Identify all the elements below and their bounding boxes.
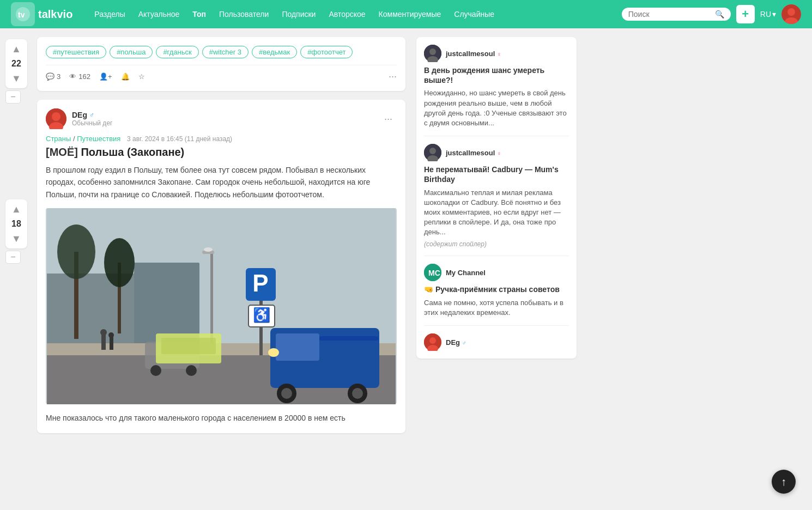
nav-podpiski[interactable]: Подписки xyxy=(276,7,321,22)
svg-point-17 xyxy=(204,247,213,252)
tag-vedmak[interactable]: #ведьмак xyxy=(252,46,297,58)
svg-text:tv: tv xyxy=(18,10,25,19)
tag-fotootchet[interactable]: #фотоотчет xyxy=(300,46,353,58)
tag-witcher[interactable]: #witcher 3 xyxy=(202,46,249,58)
sidebar-title-1[interactable]: Не перематывай! Cadbury — Mum's Birthday xyxy=(424,165,569,184)
search-icon: 🔍 xyxy=(715,10,724,19)
sidebar-username-2[interactable]: My Channel xyxy=(446,269,486,277)
main-post-card: DEg ♂ Обычный дег ··· Страны / Путешеств… xyxy=(37,100,405,433)
nav-polzovateli[interactable]: Пользователи xyxy=(214,7,274,22)
logo[interactable]: tv talkvio xyxy=(11,2,72,26)
post-text: В прошлом году ездил в Польшу, тем более… xyxy=(46,164,397,201)
more-options-button[interactable]: ··· xyxy=(389,71,397,82)
svg-point-39 xyxy=(108,332,114,338)
post-date: 3 авг. 2024 в 16:45 (11 дней назад) xyxy=(127,135,232,143)
views-count[interactable]: 👁 162 xyxy=(69,72,90,81)
search-box[interactable]: 🔍 xyxy=(622,8,731,21)
ellipsis-icon: ··· xyxy=(389,71,397,82)
downvote-button-1[interactable]: ▼ xyxy=(8,71,25,86)
sidebar-item-0: justcallmesoul ♀ В день рождения шанс ум… xyxy=(424,45,569,136)
bookmark-button[interactable]: ☆ xyxy=(138,72,145,81)
tag-puteshestviya[interactable]: #путешествия xyxy=(46,46,106,58)
language-selector[interactable]: RU ▾ xyxy=(760,10,776,19)
sidebar-badge-0: ♀ xyxy=(497,51,501,57)
sidebar-avatar-2[interactable]: MC xyxy=(424,264,441,281)
post-image: P ♿ xyxy=(46,208,397,404)
sidebar-username-1[interactable]: justcallmesoul xyxy=(446,149,495,157)
post-header: DEg ♂ Обычный дег ··· xyxy=(46,108,397,129)
vote-count-2: 18 xyxy=(11,217,21,231)
upvote-button-2[interactable]: ▲ xyxy=(8,202,25,217)
vote-block-1-inner: ▲ 22 ▼ xyxy=(5,39,27,88)
svg-point-30 xyxy=(352,388,363,399)
sidebar-avatar-3[interactable] xyxy=(424,333,441,351)
sidebar-avatar-0[interactable] xyxy=(424,45,441,62)
nav-sluchaynye[interactable]: Случайные xyxy=(449,7,500,22)
main-nav: Разделы Актуальное Топ Пользователи Подп… xyxy=(89,7,621,22)
sidebar-text-0: Неожиданно, но шанс умереть в свой день … xyxy=(424,88,569,128)
sidebar-username-0[interactable]: justcallmesoul xyxy=(446,50,495,58)
svg-point-35 xyxy=(186,365,197,376)
minus-button-2[interactable]: − xyxy=(5,251,21,264)
svg-point-51 xyxy=(429,337,436,344)
upvote-button-1[interactable]: ▲ xyxy=(8,41,25,57)
sidebar-feed-card: justcallmesoul ♀ В день рождения шанс ум… xyxy=(416,37,577,359)
nav-avtorskoe[interactable]: Авторское xyxy=(323,7,371,22)
follow-button[interactable]: 👤+ xyxy=(99,72,112,81)
svg-point-34 xyxy=(150,365,161,376)
page-layout: ▲ 22 ▼ − ▲ 18 ▼ − #путешествия #польша #… xyxy=(0,28,812,510)
nav-top[interactable]: Топ xyxy=(187,7,211,22)
search-input[interactable] xyxy=(628,10,715,19)
svg-point-3 xyxy=(787,8,795,16)
add-post-button[interactable]: + xyxy=(736,5,755,23)
user-avatar[interactable] xyxy=(781,4,801,24)
comments-count[interactable]: 💬 3 xyxy=(46,72,60,81)
scroll-to-top-button[interactable]: ↑ xyxy=(772,470,796,494)
downvote-button-2[interactable]: ▼ xyxy=(8,231,25,246)
chevron-down-icon: ▾ xyxy=(772,10,776,19)
category-link-1[interactable]: Страны xyxy=(46,135,71,143)
nav-kommentiruyemye[interactable]: Комментируемые xyxy=(373,7,447,22)
sidebar-title-2[interactable]: 🤜 Ручка-приёмник страны советов xyxy=(424,284,569,294)
nav-aktualnoe[interactable]: Актуальное xyxy=(133,7,185,22)
logo-text: talkvio xyxy=(38,8,72,21)
logo-icon: tv xyxy=(11,2,35,26)
sidebar-title-0[interactable]: В день рождения шанс умереть выше?! xyxy=(424,65,569,85)
post-author: DEg ♂ Обычный дег xyxy=(46,108,112,129)
author-avatar[interactable] xyxy=(46,108,66,129)
tag-gdansk[interactable]: #гданьск xyxy=(156,46,198,58)
nav-razdelay[interactable]: Разделы xyxy=(89,7,130,22)
author-name[interactable]: DEg xyxy=(72,111,87,119)
notify-button[interactable]: 🔔 xyxy=(121,72,130,81)
minus-button-1[interactable]: − xyxy=(5,90,21,104)
chevron-up-icon: ↑ xyxy=(781,476,786,488)
svg-rect-32 xyxy=(319,336,378,341)
gender-icon: ♂ xyxy=(89,111,94,119)
svg-point-46 xyxy=(429,148,436,154)
sidebar-item-1: justcallmesoul ♀ Не перематывай! Cadbury… xyxy=(424,144,569,256)
svg-point-28 xyxy=(281,388,292,399)
sidebar-username-3[interactable]: DEg xyxy=(446,338,460,347)
tags-list: #путешествия #польша #гданьск #witcher 3… xyxy=(46,46,397,58)
right-sidebar: justcallmesoul ♀ В день рождения шанс ум… xyxy=(414,28,583,510)
svg-point-37 xyxy=(100,329,107,336)
category-link-2[interactable]: Путешествия xyxy=(77,135,120,143)
vote-column: ▲ 22 ▼ − ▲ 18 ▼ − xyxy=(0,28,33,510)
sidebar-author-1: justcallmesoul ♀ xyxy=(424,144,569,161)
post-options-button[interactable]: ··· xyxy=(380,111,397,127)
svg-text:P: P xyxy=(252,270,268,296)
tag-polsha[interactable]: #польша xyxy=(110,46,153,58)
sidebar-badge-3: ♂ xyxy=(462,340,466,346)
sidebar-author-0: justcallmesoul ♀ xyxy=(424,45,569,62)
sidebar-avatar-1[interactable] xyxy=(424,144,441,161)
sidebar-text-1: Максимально теплая и милая реклама шокол… xyxy=(424,188,569,238)
post-category: Страны / Путешествия 3 авг. 2024 в 16:45… xyxy=(46,135,397,143)
sidebar-text-2: Сама не помню, хотя успела побывать и в … xyxy=(424,298,569,318)
author-subtitle: Обычный дег xyxy=(72,119,112,127)
post-meta-bar: 💬 3 👁 162 👤+ 🔔 ☆ ··· xyxy=(46,65,397,82)
svg-point-31 xyxy=(268,348,279,357)
svg-point-14 xyxy=(104,238,135,287)
vote-block-1: ▲ 22 ▼ − xyxy=(5,39,27,104)
vote-count-1: 22 xyxy=(11,57,21,71)
bell-icon: 🔔 xyxy=(121,72,130,81)
